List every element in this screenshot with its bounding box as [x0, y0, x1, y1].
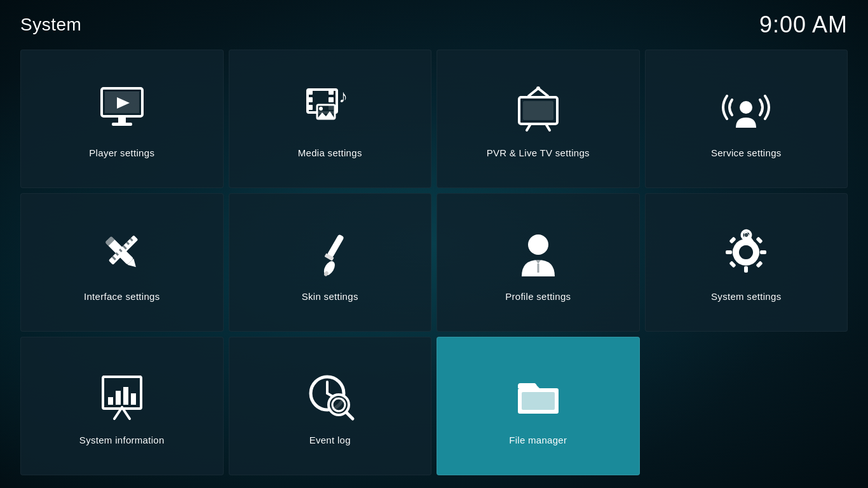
media-icon: ♪: [301, 80, 358, 137]
system-information-tile[interactable]: System information: [20, 337, 224, 475]
sysinfo-icon: [93, 367, 151, 424]
svg-line-64: [346, 412, 353, 419]
system-settings-label: System settings: [711, 291, 781, 302]
svg-rect-7: [308, 97, 313, 102]
skin-settings-tile[interactable]: Skin settings: [229, 193, 432, 332]
svg-rect-4: [112, 123, 132, 126]
svg-rect-58: [131, 393, 136, 405]
system-information-label: System information: [79, 435, 165, 445]
svg-point-36: [322, 259, 337, 277]
player-icon: [93, 80, 151, 137]
svg-rect-3: [118, 116, 126, 123]
svg-point-18: [536, 86, 540, 90]
service-settings-label: Service settings: [711, 147, 782, 158]
pvr-settings-tile[interactable]: PVR & Live TV settings: [437, 50, 640, 188]
pvr-settings-label: PVR & Live TV settings: [487, 147, 590, 158]
event-log-tile[interactable]: Event log: [229, 337, 432, 475]
player-settings-label: Player settings: [89, 147, 154, 158]
event-log-label: Event log: [309, 435, 351, 445]
svg-point-23: [740, 101, 752, 114]
player-settings-tile[interactable]: Player settings: [20, 50, 224, 188]
svg-point-40: [741, 247, 751, 257]
filemanager-icon: [510, 367, 567, 424]
skin-settings-label: Skin settings: [302, 291, 358, 302]
pvr-icon: [510, 80, 567, 137]
system-settings-tile[interactable]: System settings: [645, 193, 848, 332]
interface-settings-label: Interface settings: [84, 291, 160, 302]
svg-rect-10: [329, 97, 334, 102]
media-settings-tile[interactable]: ♪ Media settings: [229, 50, 432, 188]
svg-rect-46: [756, 236, 763, 243]
svg-point-13: [319, 107, 323, 111]
page-title: System: [20, 15, 81, 35]
svg-rect-56: [116, 391, 121, 405]
svg-rect-8: [308, 105, 313, 110]
svg-rect-6: [308, 90, 313, 95]
skin-icon: [301, 224, 358, 281]
file-manager-tile[interactable]: File manager: [437, 337, 640, 475]
svg-rect-9: [329, 90, 334, 95]
header: System 9:00 AM: [0, 0, 868, 44]
settings-grid: Player settings ♪ Media settings: [0, 44, 868, 488]
svg-rect-47: [729, 261, 736, 268]
empty-tile: [645, 337, 848, 475]
interface-icon: [93, 224, 151, 281]
svg-rect-43: [726, 250, 732, 254]
profile-settings-tile[interactable]: Profile settings: [437, 193, 640, 332]
svg-rect-42: [744, 266, 748, 273]
svg-rect-48: [756, 261, 763, 268]
eventlog-icon: [301, 367, 358, 424]
svg-rect-57: [123, 387, 128, 405]
service-settings-tile[interactable]: Service settings: [645, 50, 848, 188]
profile-icon: [510, 224, 567, 281]
svg-rect-67: [522, 392, 555, 410]
media-settings-label: Media settings: [298, 147, 362, 158]
profile-settings-label: Profile settings: [505, 291, 571, 302]
svg-point-38: [528, 234, 548, 255]
clock: 9:00 AM: [759, 11, 848, 38]
file-manager-label: File manager: [509, 435, 567, 445]
interface-settings-tile[interactable]: Interface settings: [20, 193, 224, 332]
svg-rect-55: [108, 397, 113, 405]
service-icon: [717, 80, 775, 137]
system-settings-icon: [717, 224, 775, 281]
svg-text:♪: ♪: [339, 86, 348, 106]
svg-rect-44: [760, 250, 766, 254]
svg-rect-34: [327, 234, 345, 258]
svg-rect-20: [523, 101, 553, 120]
svg-rect-45: [729, 236, 736, 243]
